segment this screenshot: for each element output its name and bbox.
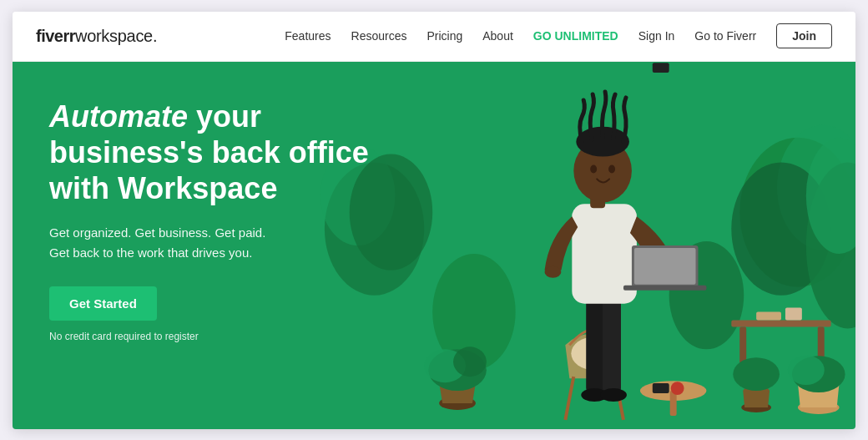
nav-item-features[interactable]: Features [285,28,331,43]
hero-subtitle: Get organized. Get business. Get paid. G… [49,223,400,263]
nav-link-resources[interactable]: Resources [351,29,407,43]
svg-point-35 [600,388,627,402]
nav-item-about[interactable]: About [482,28,513,43]
logo-fiverr-text: fiverr [36,27,75,46]
svg-rect-33 [603,295,621,394]
nav-item-go-unlimited[interactable]: GO UNLIMITED [533,28,618,43]
svg-point-17 [670,382,684,395]
nav-item-pricing[interactable]: Pricing [426,28,462,43]
svg-line-20 [565,377,573,420]
svg-point-28 [733,357,780,391]
svg-rect-41 [623,285,705,290]
page-wrapper: fiverr workspace. Features Resources Pri… [13,12,855,429]
hero-section: Automate your business's back office wit… [13,62,855,429]
get-started-button[interactable]: Get Started [49,286,157,321]
svg-point-31 [787,355,824,385]
nav-item-sign-in[interactable]: Sign In [638,28,675,43]
nav-link-pricing[interactable]: Pricing [426,29,462,43]
svg-rect-18 [652,63,669,73]
navbar: fiverr workspace. Features Resources Pri… [13,12,855,62]
hero-content: Automate your business's back office wit… [49,99,400,343]
nav-link-go-unlimited[interactable]: GO UNLIMITED [533,29,618,43]
hero-title-italic: Automate [49,99,188,134]
nav-link-sign-in[interactable]: Sign In [638,29,675,43]
svg-point-26 [453,346,487,377]
svg-rect-14 [785,307,801,320]
svg-point-46 [608,164,615,173]
nav-links: Features Resources Pricing About GO UNLI… [285,23,832,48]
hero-subtitle-line2: Get back to the work that drives you. [49,245,252,260]
svg-rect-40 [633,247,695,284]
svg-point-45 [590,164,597,173]
svg-point-38 [544,266,561,277]
logo-workspace-text: workspace. [75,27,157,46]
svg-rect-10 [731,320,830,326]
hero-title: Automate your business's back office wit… [49,99,400,207]
nav-item-resources[interactable]: Resources [351,28,407,43]
svg-rect-13 [756,311,781,320]
nav-link-about[interactable]: About [482,29,513,43]
nav-item-go-to-fiverr[interactable]: Go to Fiverr [694,28,756,43]
no-credit-card-text: No credit card required to register [49,331,400,342]
svg-rect-19 [652,383,669,393]
svg-rect-32 [586,295,604,394]
nav-link-features[interactable]: Features [285,29,331,43]
nav-link-go-to-fiverr[interactable]: Go to Fiverr [694,29,756,43]
join-button[interactable]: Join [776,23,832,48]
logo: fiverr workspace. [36,27,157,46]
nav-item-join[interactable]: Join [776,23,832,48]
hero-subtitle-line1: Get organized. Get business. Get paid. [49,225,265,240]
